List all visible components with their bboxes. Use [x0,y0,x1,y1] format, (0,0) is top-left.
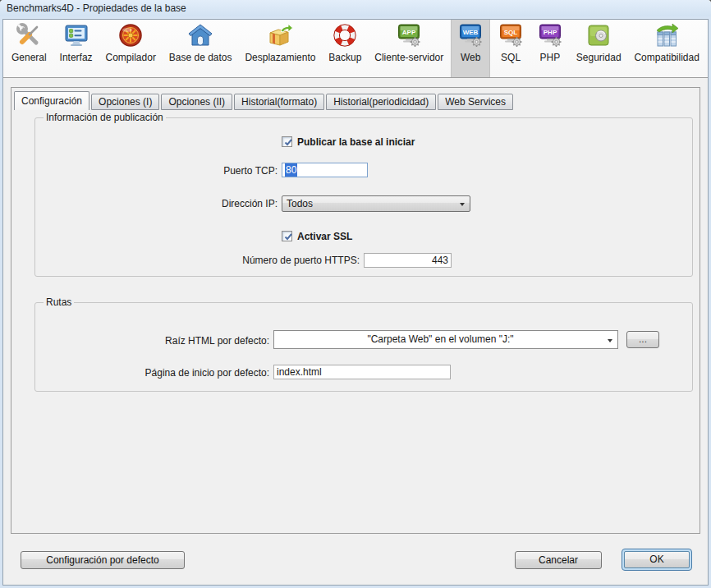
chevron-down-icon [608,339,612,342]
compiler-wheel-icon [117,22,144,48]
toolbar-item-label: Base de datos [169,52,232,63]
ok-button[interactable]: OK [622,549,692,571]
toolbar-item-label: Desplazamiento [245,52,315,63]
publish-checkbox-label: Publicar la base al iniciar [297,136,415,148]
default-config-button[interactable]: Configuración por defecto [21,551,185,569]
ip-address-label: Dirección IP: [113,198,278,209]
toolbar-item-label: Interfaz [60,52,93,63]
tab-strip: Configuración Opciones (I) Opciones (II)… [14,91,515,110]
settings-toolbar: General Interfaz [3,17,708,78]
toolbar-item-sql[interactable]: SQL SQL [492,17,530,77]
tcp-port-value: 80 [285,163,297,177]
toolbar-item-compatibilidad[interactable]: Compatibilidad [628,17,704,77]
html-root-label: Raíz HTML por defecto: [105,335,269,347]
toolbar-item-general[interactable]: General [6,17,53,77]
toolbar-item-backup[interactable]: Backup [323,17,367,77]
php-monitor-icon: PHP [537,22,563,48]
toolbar-item-label: Web [461,52,480,63]
window-title: Benchmarks4D - Propiedades de la base [7,2,186,14]
monitor-screen-text: SQL [504,29,518,36]
chevron-down-icon [460,203,465,206]
tcp-port-label: Puerto TCP: [113,165,278,177]
lifebuoy-icon [332,22,358,48]
toolbar-item-desplazamiento[interactable]: Desplazamiento [239,17,321,77]
moving-box-icon [267,22,293,48]
tab-historial-formato[interactable]: Historial(formato) [234,94,324,110]
ip-address-dropdown[interactable]: Todos [282,195,470,212]
toolbar-item-interfaz[interactable]: Interfaz [54,17,99,77]
ssl-checkbox[interactable] [282,231,292,241]
home-page-label: Página de inicio por defecto: [105,367,269,379]
toolbar-item-compilador[interactable]: Compilador [100,17,162,77]
tab-web-services[interactable]: Web Services [438,94,513,110]
toolbar-item-label: Compilador [106,52,156,63]
paths-group-title: Rutas [44,296,74,308]
ok-button-face: OK [624,551,690,568]
tcp-port-input[interactable]: 80 [282,163,368,177]
browse-html-root-button[interactable]: ... [626,331,659,348]
publish-checkbox[interactable] [282,136,292,147]
monitor-screen-text: PHP [544,29,557,36]
html-root-dropdown[interactable]: "Carpeta Web" en el volumen "J:" [273,330,618,349]
toolbar-item-label: PHP [540,52,561,63]
monitor-screen-text: APP [402,29,416,36]
tab-configuracion[interactable]: Configuración [14,91,89,110]
toolbar-item-label: General [11,52,47,63]
ssl-checkbox-label: Activar SSL [297,231,352,242]
toolbar-item-base-de-datos[interactable]: Base de datos [163,17,238,77]
https-port-input[interactable]: 443 [364,253,452,268]
toolbar-item-label: Seguridad [576,52,622,63]
cancel-button[interactable]: Cancelar [515,551,602,569]
https-port-label: Número de puerto HTTPS: [195,255,360,266]
tab-historial-periodicidad[interactable]: Historial(periodicidad) [326,94,436,110]
toolbar-item-php[interactable]: PHP PHP [531,17,569,77]
monitor-screen-text: WEB [463,29,479,36]
html-root-value: "Carpeta Web" en el volumen "J:" [367,333,513,345]
toolbar-item-label: SQL [501,52,521,63]
ip-address-value: Todos [287,198,313,209]
properties-dialog: Benchmarks4D - Propiedades de la base Ge… [0,0,711,588]
toolbar-item-cliente-servidor[interactable]: APP Cliente-servidor [369,17,449,77]
compatibility-binders-icon [654,22,680,48]
publication-group-title: Información de publicación [44,112,166,123]
home-page-input[interactable]: index.html [273,365,451,379]
tools-icon [16,22,42,48]
toolbar-item-label: Compatibilidad [634,52,699,63]
toolbar-item-label: Backup [328,52,361,63]
interface-monitor-icon [63,22,89,48]
database-home-icon [187,22,213,48]
toolbar-item-label: Cliente-servidor [374,52,443,63]
security-safe-icon [585,22,612,48]
tab-opciones-2[interactable]: Opciones (II) [161,94,232,110]
title-bar[interactable]: Benchmarks4D - Propiedades de la base [0,0,711,16]
toolbar-item-web[interactable]: WEB Web [451,17,490,77]
web-monitor-icon: WEB [457,22,484,48]
tab-opciones-1[interactable]: Opciones (I) [91,94,159,110]
sql-monitor-icon: SQL [498,22,524,48]
app-server-monitor-icon: APP [396,22,422,48]
toolbar-item-seguridad[interactable]: Seguridad [571,17,627,77]
